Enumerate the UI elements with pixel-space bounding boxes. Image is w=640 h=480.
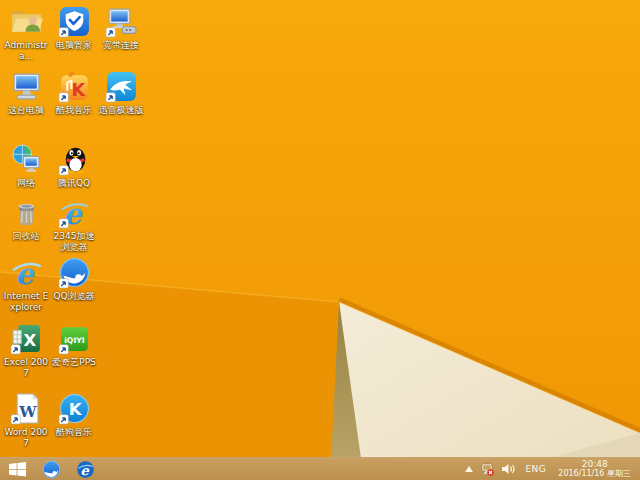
desktop-icon-label: 回收站 [2, 231, 50, 242]
start-button[interactable] [0, 458, 34, 480]
desktop-icon-art [10, 196, 43, 229]
desktop-icon-art [10, 392, 43, 425]
qq-browser-icon [42, 460, 61, 479]
network-status-icon[interactable] [480, 463, 494, 476]
desktop-icon-pc-manager[interactable]: 电脑管家 [50, 5, 98, 51]
desktop-icon-label: 酷狗音乐 [50, 427, 98, 438]
taskbar-app-qq-browser[interactable] [34, 460, 68, 479]
chevron-up-icon [465, 466, 473, 472]
desktop-icon-label: 电脑管家 [50, 40, 98, 51]
taskbar-empty-area[interactable] [102, 458, 465, 480]
internet-explorer-icon [76, 460, 95, 479]
desktop-icon-art [58, 5, 91, 38]
desktop-icon-label: Word 2007 [2, 427, 50, 449]
desktop-icon-label: 腾讯QQ [50, 178, 98, 189]
desktop-icon-iqiyi-pps[interactable]: 爱奇艺PPS [50, 322, 98, 368]
desktop-icon-browser-2345[interactable]: 2345加速浏览器 [50, 196, 98, 253]
desktop-icon-art [58, 143, 91, 176]
desktop-icon-qq-browser[interactable]: QQ浏览器 [50, 256, 98, 302]
desktop-icon-internet-explorer[interactable]: Internet Explorer [2, 256, 50, 313]
desktop-icon-network[interactable]: 网络 [2, 143, 50, 189]
desktop-icon-grid: Administra... 电脑管家 宽带连接 这台电脑 酷我音乐 迅雷极速版 … [0, 0, 640, 480]
desktop-icon-label: Administra... [2, 40, 50, 62]
windows-logo-icon [9, 462, 26, 477]
desktop-icon-art [10, 143, 43, 176]
desktop-icon-art [105, 5, 138, 38]
desktop-icon-excel-2007[interactable]: Excel 2007 [2, 322, 50, 379]
desktop-icon-label: 网络 [2, 178, 50, 189]
desktop-icon-art [58, 392, 91, 425]
taskbar-clock[interactable]: 20:48 2016/11/16 星期三 [556, 459, 633, 479]
desktop-icon-art [58, 256, 91, 289]
clock-time: 20:48 [558, 459, 631, 469]
taskbar-app-internet-explorer[interactable] [68, 460, 102, 479]
desktop-icon-tencent-qq[interactable]: 腾讯QQ [50, 143, 98, 189]
desktop-icon-art [58, 196, 91, 229]
desktop-icon-this-pc[interactable]: 这台电脑 [2, 70, 50, 116]
desktop-icon-administrator-folder[interactable]: Administra... [2, 5, 50, 62]
desktop-icon-art [10, 70, 43, 103]
desktop-icon-art [105, 70, 138, 103]
desktop-icon-word-2007[interactable]: Word 2007 [2, 392, 50, 449]
volume-icon[interactable] [501, 463, 515, 475]
desktop-icon-label: 2345加速浏览器 [50, 231, 98, 253]
desktop-icon-xunlei-speed[interactable]: 迅雷极速版 [97, 70, 145, 116]
desktop-icon-broadband-connection[interactable]: 宽带连接 [97, 5, 145, 51]
desktop-icon-label: 迅雷极速版 [97, 105, 145, 116]
desktop-icon-label: Excel 2007 [2, 357, 50, 379]
system-tray: ENG 20:48 2016/11/16 星期三 [465, 458, 640, 480]
clock-date: 2016/11/16 星期三 [558, 469, 631, 479]
desktop-icon-label: QQ浏览器 [50, 291, 98, 302]
language-indicator[interactable]: ENG [522, 464, 549, 474]
desktop-icon-art [10, 322, 43, 355]
desktop-icon-kugou-music[interactable]: 酷狗音乐 [50, 392, 98, 438]
desktop-icon-recycle-bin[interactable]: 回收站 [2, 196, 50, 242]
pinned-apps [34, 460, 102, 479]
desktop-icon-label: 爱奇艺PPS [50, 357, 98, 368]
desktop-icon-kuwo-music[interactable]: 酷我音乐 [50, 70, 98, 116]
desktop-icon-label: Internet Explorer [2, 291, 50, 313]
desktop-icon-label: 宽带连接 [97, 40, 145, 51]
desktop: K [0, 0, 640, 480]
desktop-icon-art [10, 256, 43, 289]
show-hidden-icons-button[interactable] [465, 466, 473, 472]
desktop-icon-label: 这台电脑 [2, 105, 50, 116]
desktop-icon-art [58, 322, 91, 355]
taskbar: ENG 20:48 2016/11/16 星期三 [0, 457, 640, 480]
desktop-icon-label: 酷我音乐 [50, 105, 98, 116]
taskbar-left [0, 458, 102, 480]
desktop-icon-art [10, 5, 43, 38]
desktop-icon-art [58, 70, 91, 103]
